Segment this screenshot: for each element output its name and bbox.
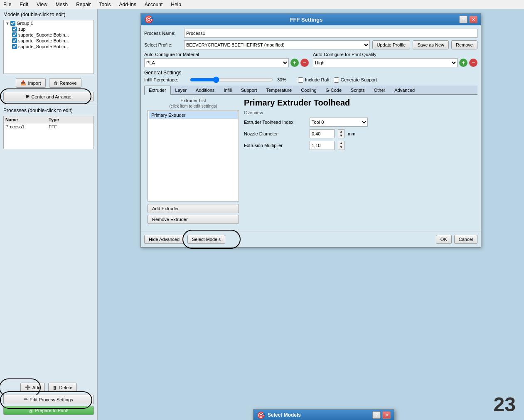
auto-configure-section: Auto-Configure for Material PLA + − Auto… bbox=[144, 52, 477, 67]
menu-addins[interactable]: Add-Ins bbox=[118, 1, 138, 8]
nozzle-diameter-label: Nozzle Diameter bbox=[244, 131, 306, 136]
menu-view[interactable]: View bbox=[35, 1, 49, 8]
process1-name: Process1 bbox=[5, 124, 49, 129]
group1-checkbox[interactable] bbox=[10, 21, 15, 26]
tree-item2[interactable]: suporte_Suporte Bobin... bbox=[4, 38, 93, 44]
tab-cooling[interactable]: Cooling bbox=[296, 86, 321, 94]
update-profile-button[interactable]: Update Profile bbox=[372, 40, 411, 49]
save-as-new-button[interactable]: Save as New bbox=[413, 40, 449, 49]
tab-infill[interactable]: Infill bbox=[219, 86, 236, 94]
process-name-input[interactable] bbox=[184, 29, 477, 38]
sup-checkbox[interactable] bbox=[12, 27, 17, 32]
item3-checkbox[interactable] bbox=[12, 44, 17, 49]
select-profile-row: Select Profile: BEEVERYCREATIVE BEETHEFI… bbox=[144, 40, 477, 49]
tab-extruder[interactable]: Extruder bbox=[144, 86, 171, 95]
tab-additions[interactable]: Additions bbox=[191, 86, 219, 94]
prepare-label: Prepare to Print! bbox=[35, 408, 68, 413]
infill-slider[interactable] bbox=[190, 76, 273, 83]
quality-select[interactable]: High bbox=[313, 58, 458, 67]
prepare-icon: 🖨 bbox=[29, 408, 33, 413]
tree-group1[interactable]: ▼ Group 1 bbox=[4, 20, 93, 26]
nozzle-down-button[interactable]: ▼ bbox=[338, 134, 344, 138]
nozzle-diameter-input[interactable] bbox=[310, 129, 335, 138]
tree-item1-label: suporte_Suporte Bobin... bbox=[18, 32, 69, 37]
dialog-close-button[interactable]: ✕ bbox=[382, 411, 391, 419]
update-profile-label: Update Profile bbox=[377, 42, 406, 47]
primary-extruder-item[interactable]: Primary Extruder bbox=[149, 111, 238, 119]
menu-tools[interactable]: Tools bbox=[98, 1, 113, 8]
extrusion-up-button[interactable]: ▲ bbox=[338, 141, 344, 145]
nozzle-spinner[interactable]: ▲ ▼ bbox=[338, 129, 344, 138]
delete-process-button[interactable]: 🗑 Delete bbox=[48, 383, 77, 392]
add-material-button[interactable]: + bbox=[290, 59, 299, 67]
extrusion-multiplier-label: Extrusion Multiplier bbox=[244, 143, 306, 148]
tree-expand-icon: ▼ bbox=[5, 21, 10, 26]
tab-gcode[interactable]: G-Code bbox=[321, 86, 347, 94]
dialog-help-button[interactable]: ? bbox=[372, 411, 381, 419]
import-button[interactable]: 📥 Import bbox=[16, 78, 45, 88]
extrusion-spinner[interactable]: ▲ ▼ bbox=[338, 141, 344, 150]
profile-select[interactable]: BEEVERYCREATIVE BEETHEFIRST (modified) bbox=[184, 40, 370, 49]
import-label: Import bbox=[28, 81, 41, 86]
select-profile-label: Select Profile: bbox=[144, 42, 182, 47]
item1-checkbox[interactable] bbox=[12, 32, 17, 37]
fff-window-title: FFF Settings bbox=[153, 17, 459, 23]
generate-support-checkbox[interactable] bbox=[334, 77, 339, 83]
item2-checkbox[interactable] bbox=[12, 38, 17, 43]
settings-tabs: Extruder Layer Additions Infill Support … bbox=[144, 86, 477, 95]
center-arrange-button[interactable]: ⊞ Center and Arrange bbox=[3, 92, 94, 101]
main-area: 🎯 FFF Settings ? ✕ Process Name: Select … bbox=[98, 9, 524, 420]
extrusion-down-button[interactable]: ▼ bbox=[338, 145, 344, 150]
tree-item1[interactable]: suporte_Suporte Bobin... bbox=[4, 32, 93, 38]
extruder-list-title: Extruder List bbox=[148, 98, 239, 103]
tab-temperature[interactable]: Temperature bbox=[261, 86, 296, 94]
tab-advanced[interactable]: Advanced bbox=[390, 86, 419, 94]
remove-model-button[interactable]: 🗑 Remove bbox=[49, 78, 81, 88]
left-panel-bottom: ➕ Add 🗑 Delete ✏ Edit Process Settings 🖨… bbox=[0, 380, 97, 420]
remove-extruder-label: Remove Extruder bbox=[152, 217, 188, 222]
fff-settings-window: 🎯 FFF Settings ? ✕ Process Name: Select … bbox=[140, 13, 481, 248]
hide-advanced-button[interactable]: Hide Advanced bbox=[144, 235, 184, 244]
add-quality-button[interactable]: + bbox=[459, 59, 467, 67]
process-row-1[interactable]: Process1 FFF bbox=[4, 123, 93, 130]
auto-configure-material-label: Auto-Configure for Material bbox=[144, 52, 309, 57]
nozzle-up-button[interactable]: ▲ bbox=[338, 130, 344, 134]
nozzle-unit-label: mm bbox=[348, 131, 355, 136]
tab-scripts[interactable]: Scripts bbox=[346, 86, 369, 94]
fff-cancel-button[interactable]: Cancel bbox=[454, 235, 477, 244]
extrusion-multiplier-input[interactable] bbox=[310, 141, 335, 150]
tab-support[interactable]: Support bbox=[236, 86, 262, 94]
include-raft-checkbox[interactable] bbox=[298, 77, 303, 83]
help-button[interactable]: ? bbox=[459, 16, 467, 23]
tree-sup[interactable]: sup bbox=[4, 26, 93, 32]
auto-configure-material-row: PLA + − bbox=[144, 58, 309, 67]
remove-material-button[interactable]: − bbox=[300, 59, 309, 67]
prepare-button[interactable]: 🖨 Prepare to Print! bbox=[3, 406, 94, 415]
menu-account[interactable]: Account bbox=[143, 1, 164, 8]
add-process-button[interactable]: ➕ Add bbox=[20, 383, 45, 392]
tab-layer[interactable]: Layer bbox=[171, 86, 192, 94]
remove-model-icon: 🗑 bbox=[54, 81, 58, 86]
dialog-title: Select Models bbox=[268, 412, 372, 418]
edit-process-button[interactable]: ✏ Edit Process Settings bbox=[3, 395, 94, 404]
menu-file[interactable]: File bbox=[2, 1, 13, 8]
close-button[interactable]: ✕ bbox=[469, 16, 477, 23]
hide-advanced-label: Hide Advanced bbox=[149, 237, 180, 242]
fff-ok-button[interactable]: OK bbox=[436, 235, 452, 244]
material-select[interactable]: PLA bbox=[144, 58, 289, 67]
menu-repair[interactable]: Repair bbox=[74, 1, 92, 8]
remove-profile-button[interactable]: Remove bbox=[451, 40, 477, 49]
add-delete-row: ➕ Add 🗑 Delete bbox=[3, 383, 94, 392]
tree-item3[interactable]: suporte_Suporte Bobin... bbox=[4, 44, 93, 49]
menu-mesh[interactable]: Mesh bbox=[54, 1, 69, 8]
tab-other[interactable]: Other bbox=[369, 86, 390, 94]
menu-help[interactable]: Help bbox=[169, 1, 183, 8]
remove-quality-button[interactable]: − bbox=[469, 59, 477, 67]
remove-extruder-button[interactable]: Remove Extruder bbox=[148, 215, 239, 224]
toolhead-index-select[interactable]: Tool 0 bbox=[310, 118, 368, 127]
menu-edit[interactable]: Edit bbox=[18, 1, 30, 8]
edit-process-label: Edit Process Settings bbox=[30, 397, 73, 402]
edit-icon: ✏ bbox=[24, 397, 28, 402]
select-models-button[interactable]: Select Models bbox=[187, 235, 225, 244]
add-extruder-button[interactable]: Add Extruder bbox=[148, 204, 239, 213]
